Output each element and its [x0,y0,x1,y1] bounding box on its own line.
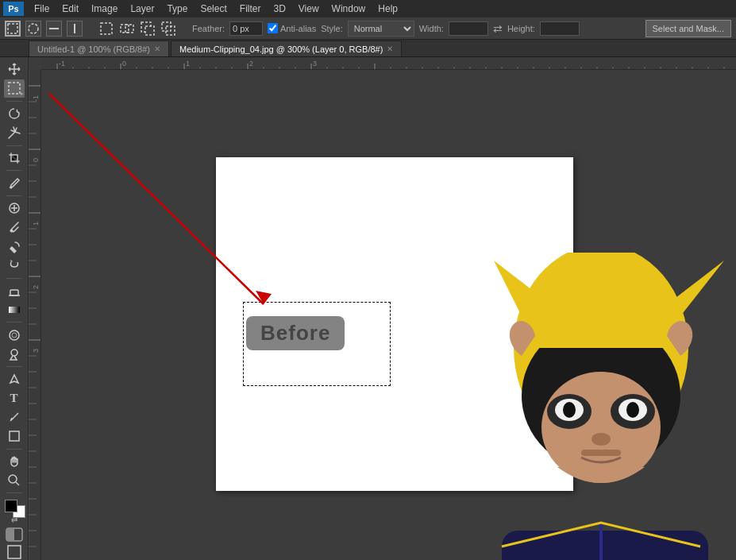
svg-text:1: 1 [32,222,40,226]
tool-separator-2 [6,145,22,146]
swap-wh-icon[interactable]: ⇄ [493,22,503,35]
eraser-tool-btn[interactable] [4,282,25,300]
gradient-tool-btn[interactable] [4,301,25,319]
style-label: Style: [321,24,343,33]
menu-help[interactable]: Help [372,2,403,16]
tab-untitled-close[interactable]: ✕ [154,44,160,53]
marquee-tool-btn[interactable]: ▸ [4,79,25,98]
marquee-rect-icon[interactable] [5,21,21,37]
tool-separator-9 [6,492,22,493]
menu-bar: Ps File Edit Image Layer Type Select Fil… [0,0,736,17]
style-dropdown[interactable]: Normal Fixed Ratio Fixed Size [348,21,414,37]
blur-tool-btn[interactable] [4,326,25,344]
marquee-ellipse-icon[interactable] [25,21,41,37]
svg-rect-11 [9,83,20,94]
menu-filter[interactable]: Filter [234,2,267,16]
dodge-tool-btn[interactable] [4,345,25,363]
svg-point-124 [626,402,639,418]
marquee-row-icon[interactable] [46,21,62,37]
height-input[interactable] [540,21,580,36]
wolverine-character [478,253,736,560]
svg-text:2: 2 [249,60,253,68]
main-layout: ▸ [0,57,736,560]
clone-stamp-tool-btn[interactable] [4,238,25,256]
tab-medium-clipping[interactable]: Medium-Clipping_04.jpg @ 300% (Layer 0, … [171,41,402,56]
svg-text:2: 2 [32,285,40,289]
tab-bar: Untitled-1 @ 100% (RGB/8#) ✕ Medium-Clip… [0,40,736,57]
svg-marker-118 [672,261,724,316]
history-brush-tool-btn[interactable] [4,257,25,275]
anti-alias-area[interactable]: Anti-alias [268,23,316,33]
tool-separator-3 [6,170,22,171]
zoom-tool-btn[interactable] [4,472,25,490]
menu-image[interactable]: Image [86,2,123,16]
tool-separator-5 [6,278,22,279]
options-bar: Feather: Anti-alias Style: Normal Fixed … [0,17,736,40]
crop-tool-btn[interactable] [4,149,25,167]
height-label: Height: [507,24,535,33]
menu-file[interactable]: File [29,2,55,16]
svg-rect-2 [49,28,59,29]
hand-tool-btn[interactable] [4,453,25,471]
tool-separator-4 [6,195,22,196]
menu-type[interactable]: Type [161,2,193,16]
svg-point-18 [12,333,17,338]
selection-intersect-icon[interactable] [160,21,176,37]
quick-mask-btn[interactable] [4,527,25,542]
toolbar: ▸ [0,57,29,560]
menu-select[interactable]: Select [195,2,232,16]
svg-rect-5 [121,25,129,33]
selection-new-icon[interactable] [98,21,114,37]
tool-separator-8 [6,449,22,450]
width-input[interactable] [449,21,488,36]
screen-mode-btn[interactable] [4,544,25,559]
svg-point-116 [541,372,661,483]
svg-rect-15 [10,290,18,295]
tab-untitled-label: Untitled-1 @ 100% (RGB/8#) [37,44,150,54]
selection-subtract-icon[interactable] [140,21,156,37]
path-selection-tool-btn[interactable] [4,408,25,427]
svg-rect-126 [502,531,708,560]
tab-untitled[interactable]: Untitled-1 @ 100% (RGB/8#) ✕ [29,41,169,56]
tool-separator-1 [6,101,22,102]
tab-medium-clipping-close[interactable]: ✕ [387,44,393,53]
anti-alias-checkbox[interactable] [268,23,278,33]
brush-tool-btn[interactable] [4,218,25,237]
svg-point-123 [563,402,576,418]
before-text: Before [260,321,330,345]
move-tool-btn[interactable] [4,60,25,79]
svg-rect-16 [9,307,20,313]
magic-wand-tool-btn[interactable] [4,124,25,142]
fg-bg-colors[interactable] [3,498,25,518]
eyedropper-tool-btn[interactable] [4,174,25,192]
menu-view[interactable]: View [293,2,325,16]
svg-rect-0 [8,24,17,33]
marquee-col-icon[interactable] [67,21,83,37]
canvas-viewport[interactable]: Before [41,70,736,560]
select-mask-button[interactable]: Select and Mask... [645,20,732,37]
menu-window[interactable]: Window [326,2,372,16]
svg-rect-23 [6,528,14,541]
foreground-color-swatch[interactable] [5,500,17,512]
lasso-tool-btn[interactable] [4,105,25,123]
text-tool-btn[interactable]: T [4,389,25,407]
ruler-left: -1 0 1 2 3 [29,70,41,560]
anti-alias-label: Anti-alias [280,24,316,33]
svg-point-12 [10,186,12,188]
healing-tool-btn[interactable] [4,199,25,218]
pen-tool-btn[interactable] [4,370,25,388]
feather-label: Feather: [192,24,225,33]
before-label: Before [246,316,345,350]
svg-point-125 [591,433,611,446]
svg-rect-24 [8,546,21,558]
feather-input[interactable] [229,21,263,36]
menu-layer[interactable]: Layer [125,2,160,16]
svg-point-19 [11,350,17,356]
svg-rect-20 [10,431,19,441]
svg-point-21 [9,475,17,483]
menu-3d[interactable]: 3D [268,2,291,16]
tab-medium-clipping-label: Medium-Clipping_04.jpg @ 300% (Layer 0, … [179,44,383,54]
selection-add-icon[interactable] [119,21,135,37]
shape-tool-btn[interactable] [4,427,25,446]
menu-edit[interactable]: Edit [56,2,84,16]
